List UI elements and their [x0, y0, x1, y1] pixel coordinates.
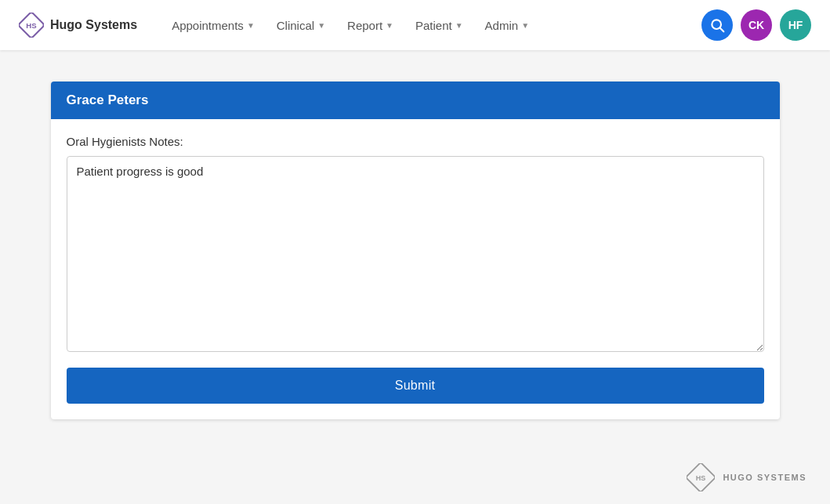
patient-card: Grace Peters Oral Hygienists Notes: Pati…	[51, 82, 780, 419]
nav-menu: Appointments ▼ Clinical ▼ Report ▼ Patie…	[162, 13, 701, 38]
nav-label-clinical: Clinical	[277, 19, 314, 32]
patient-name: Grace Peters	[67, 92, 149, 107]
nav-item-admin[interactable]: Admin ▼	[476, 13, 538, 38]
chevron-down-icon: ▼	[247, 21, 255, 30]
search-icon	[709, 17, 725, 33]
search-button[interactable]	[701, 9, 733, 41]
chevron-down-icon: ▼	[521, 21, 529, 30]
nav-label-report: Report	[347, 19, 382, 32]
chevron-down-icon: ▼	[386, 21, 393, 30]
brand-diamond-icon: HS	[19, 13, 44, 38]
svg-line-3	[720, 28, 724, 32]
footer-brand: HS HUGO SYSTEMS	[0, 451, 830, 498]
nav-item-patient[interactable]: Patient ▼	[406, 13, 473, 38]
nav-label-patient: Patient	[415, 19, 452, 32]
nav-label-appointments: Appointments	[172, 19, 244, 32]
nav-item-clinical[interactable]: Clinical ▼	[267, 13, 335, 38]
footer-brand-text: HUGO SYSTEMS	[723, 473, 806, 482]
submit-button[interactable]: Submit	[67, 368, 764, 404]
navbar: HS Hugo Systems Appointments ▼ Clinical …	[0, 0, 830, 50]
avatar-hf[interactable]: HF	[780, 9, 811, 41]
notes-label: Oral Hygienists Notes:	[67, 135, 764, 148]
chevron-down-icon: ▼	[317, 21, 325, 30]
nav-item-appointments[interactable]: Appointments ▼	[162, 13, 264, 38]
chevron-down-icon: ▼	[455, 21, 463, 30]
svg-text:HS: HS	[696, 474, 706, 482]
avatar-ck[interactable]: CK	[741, 9, 772, 41]
main-content: Grace Peters Oral Hygienists Notes: Pati…	[0, 50, 830, 451]
nav-item-report[interactable]: Report ▼	[338, 13, 403, 38]
nav-label-admin: Admin	[485, 19, 519, 32]
brand-logo-link[interactable]: HS Hugo Systems	[19, 13, 137, 38]
card-header: Grace Peters	[51, 82, 780, 119]
footer-logo-icon: HS	[687, 463, 715, 491]
brand-name: Hugo Systems	[50, 18, 137, 32]
svg-text:HS: HS	[26, 21, 37, 30]
navbar-actions: CK HF	[701, 9, 811, 41]
card-body: Oral Hygienists Notes: Patient progress …	[51, 119, 780, 419]
notes-textarea[interactable]: Patient progress is good	[67, 156, 764, 352]
